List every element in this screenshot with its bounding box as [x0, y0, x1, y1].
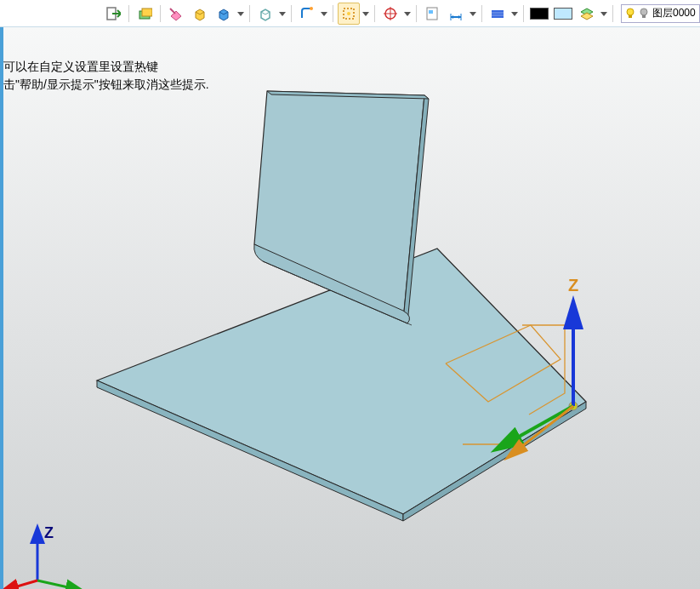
- dropdown-arrow-icon[interactable]: [403, 10, 412, 17]
- svg-rect-59: [642, 15, 646, 18]
- svg-marker-39: [404, 12, 411, 16]
- surface-icon[interactable]: [487, 3, 509, 25]
- toolbar-separator: [291, 5, 292, 22]
- scene-svg: Z Z: [3, 27, 700, 589]
- svg-line-20: [9, 580, 37, 589]
- svg-marker-30: [279, 12, 286, 16]
- svg-marker-32: [321, 12, 327, 16]
- svg-marker-55: [600, 12, 607, 16]
- main-toolbar: 图层0000: [0, 0, 700, 27]
- select-rect-icon[interactable]: [338, 3, 360, 25]
- svg-marker-28: [237, 12, 244, 16]
- svg-marker-47: [470, 12, 476, 16]
- svg-marker-54: [581, 13, 593, 20]
- svg-rect-57: [629, 15, 632, 18]
- page-icon[interactable]: [421, 3, 443, 25]
- toolbar-separator: [374, 5, 375, 22]
- box-yellow-icon[interactable]: [189, 3, 211, 25]
- svg-marker-35: [362, 12, 369, 16]
- dropdown-arrow-icon[interactable]: [278, 10, 287, 17]
- target-icon[interactable]: [379, 3, 401, 25]
- svg-marker-52: [511, 12, 518, 16]
- bend-icon[interactable]: [296, 3, 318, 25]
- layers-icon[interactable]: [576, 3, 598, 25]
- dropdown-arrow-icon[interactable]: [510, 10, 519, 17]
- toolbar-separator: [481, 5, 482, 22]
- toolbar-separator: [612, 5, 613, 22]
- toolbar-separator: [249, 5, 250, 22]
- dimension-icon[interactable]: [445, 3, 467, 25]
- dropdown-arrow-icon[interactable]: [361, 10, 370, 17]
- svg-rect-23: [142, 9, 152, 16]
- svg-point-58: [640, 9, 647, 15]
- toolbar-separator: [416, 5, 417, 22]
- axis-label-z-main: Z: [568, 276, 578, 294]
- toolbar-separator: [128, 5, 129, 22]
- svg-rect-48: [492, 10, 504, 18]
- cube-wire-icon[interactable]: [254, 3, 276, 25]
- svg-point-34: [347, 12, 350, 15]
- layer-name: 图层0000: [652, 6, 696, 20]
- model-sheet-metal: [97, 91, 586, 521]
- bulb-on-icon: [625, 8, 635, 20]
- toolbar-separator: [333, 5, 333, 22]
- bulb-off-icon: [639, 8, 649, 20]
- viewport-3d[interactable]: 可以在自定义设置里设置热键 击"帮助/显示提示"按钮来取消这些提示.: [0, 27, 700, 589]
- svg-line-25: [170, 9, 175, 14]
- toolbar-separator: [160, 5, 161, 22]
- eraser-icon[interactable]: [165, 3, 187, 25]
- sheets-icon[interactable]: [134, 3, 156, 25]
- axis-label-z-mini: Z: [44, 524, 54, 541]
- dropdown-arrow-icon[interactable]: [469, 10, 477, 17]
- svg-point-31: [310, 7, 313, 10]
- exit-icon[interactable]: [102, 3, 124, 25]
- svg-rect-41: [429, 10, 433, 14]
- layer-selector[interactable]: 图层0000: [621, 4, 700, 23]
- color-skyblue-swatch[interactable]: [552, 3, 574, 25]
- svg-line-19: [37, 580, 76, 589]
- dropdown-arrow-icon[interactable]: [236, 10, 245, 17]
- dropdown-arrow-icon[interactable]: [600, 10, 608, 17]
- svg-point-56: [627, 9, 634, 15]
- svg-marker-24: [171, 11, 181, 20]
- mini-triad: Z: [9, 524, 76, 589]
- toolbar-separator: [523, 5, 524, 22]
- box-blue-icon[interactable]: [213, 3, 235, 25]
- dropdown-arrow-icon[interactable]: [320, 10, 328, 17]
- color-black-swatch[interactable]: [528, 3, 550, 25]
